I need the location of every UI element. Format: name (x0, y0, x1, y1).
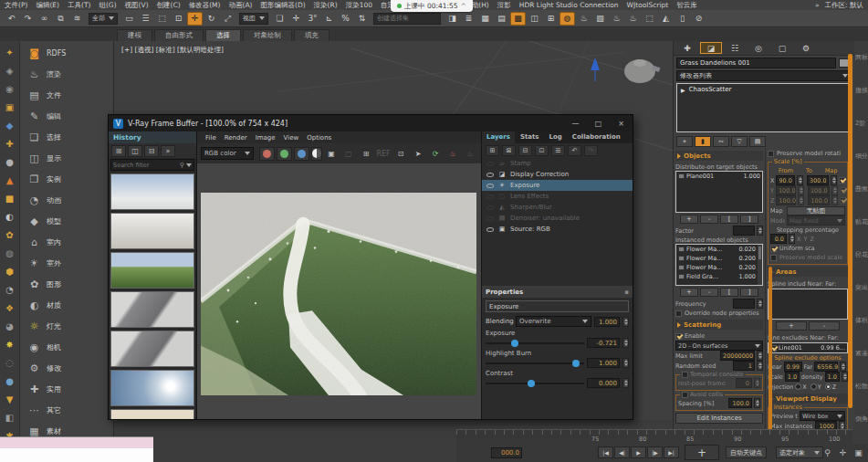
radio-icon[interactable] (810, 383, 817, 390)
rejection-axis-option[interactable]: Y (810, 383, 821, 391)
rollout-arrow-icon[interactable] (677, 153, 681, 159)
spinner-icon[interactable] (757, 226, 763, 236)
menu-item[interactable]: 工具(T) (68, 1, 90, 10)
sidebar-tool-icon[interactable]: ◆ (2, 116, 18, 134)
channel-toggle[interactable] (294, 147, 309, 161)
layers-tool-icon[interactable]: ⊟ (518, 145, 532, 156)
sidebar-category-item[interactable]: ⌂ 室内 (20, 232, 113, 253)
toolbar-icon[interactable]: ❏ (272, 12, 288, 26)
sidebar-category-item[interactable]: ◙ RDFS (20, 43, 113, 64)
mode-dropdown[interactable]: Map fixed (787, 215, 845, 226)
visibility-eye-icon[interactable] (486, 227, 494, 232)
list-item[interactable]: Flower Ma... 0.200 (676, 263, 758, 272)
sidebar-category-item[interactable]: ❏ 选择 (20, 127, 113, 148)
vfb-menu-item[interactable]: Render (225, 134, 247, 142)
cutoff-menu-item[interactable]: 2阶 (855, 107, 868, 140)
sidebar-tool-icon[interactable]: ◈ (2, 61, 18, 79)
override-checkbox[interactable] (675, 310, 682, 317)
layer-row[interactable]: ☀ Exposure (482, 180, 633, 191)
scale-map-checkbox[interactable] (839, 177, 845, 184)
listener-script-line[interactable] (0, 448, 153, 462)
toolbar-icon[interactable]: ⊘ (691, 12, 706, 26)
history-search-input[interactable] (113, 162, 178, 169)
ribbon-tab[interactable]: 选择 (205, 29, 241, 41)
sidebar-tool-icon[interactable]: ◉ (2, 79, 18, 98)
command-panel-tab[interactable]: ◎ (748, 42, 769, 54)
toolbar-icon[interactable]: ↻ (204, 12, 219, 26)
toolbar-icon[interactable]: ♨ (576, 12, 591, 26)
vfb-menu-item[interactable]: File (205, 134, 216, 142)
ribbon-tab[interactable]: 填充 (294, 29, 329, 41)
spinner-icon[interactable] (754, 378, 760, 388)
sidebar-category-item[interactable]: ◫ 显示 (20, 148, 113, 169)
list-button[interactable]: - (700, 288, 718, 297)
spline-include-list[interactable] (768, 289, 848, 320)
layer-row[interactable]: ◭ Sharpen/Blur (482, 202, 633, 213)
sidebar-tool-icon[interactable]: ⬢ (2, 262, 18, 280)
list-button[interactable]: + (680, 215, 698, 224)
toolbar-icon[interactable]: ✛ (187, 12, 203, 26)
layers-tool-icon[interactable]: ↶ (568, 145, 581, 156)
sidebar-category-item[interactable]: ✚ 实用 (20, 379, 113, 400)
layer-row[interactable]: ◌ Lens Effects (482, 191, 633, 202)
radio-icon[interactable] (795, 383, 801, 390)
cutoff-menu-item[interactable]: 细分 (855, 140, 868, 173)
named-selection-set-input[interactable] (373, 13, 441, 25)
menu-item[interactable]: 动画(A) (228, 1, 252, 10)
density-field[interactable]: 1.0 (825, 372, 840, 382)
area-list-button[interactable]: + (776, 321, 807, 331)
vfb-toolbar-icon[interactable]: ♨ (445, 147, 460, 160)
stack-button[interactable]: ⌖ (676, 136, 693, 147)
toolbar-icon[interactable]: ⊾ (321, 12, 337, 26)
window-button[interactable]: □ (587, 115, 610, 131)
preserve-scale-checkbox[interactable] (770, 255, 777, 261)
render-history-thumbnail[interactable] (110, 291, 194, 328)
sidebar-tool-icon[interactable]: ✦ (2, 43, 18, 61)
sidebar-tool-icon[interactable]: ◔ (2, 280, 18, 299)
stepping-axis-label[interactable]: Y (803, 236, 807, 243)
layers-tool-icon[interactable]: ☰ (551, 145, 565, 156)
spinner-icon[interactable] (757, 351, 763, 361)
rollout-title[interactable]: Viewport Display (776, 395, 837, 403)
scale-from-field[interactable]: 90.0 (776, 175, 794, 185)
list-button[interactable]: ] (740, 288, 758, 297)
cutoff-menu-item[interactable]: 紧凑 (855, 337, 868, 370)
factor-field[interactable] (733, 226, 755, 236)
slider-handle[interactable] (511, 340, 518, 347)
viewport-nav-icon[interactable]: ✛ (837, 446, 849, 458)
toolbar-icon[interactable]: ◨ (444, 12, 460, 26)
history-button[interactable]: ◫ (128, 145, 142, 157)
menu-item[interactable]: HDR Light Studio Connection (519, 1, 619, 10)
near-opt-field[interactable]: 0.99 (784, 362, 802, 372)
sidebar-category-item[interactable]: ☼ 灯光 (20, 316, 113, 337)
history-search-box[interactable]: ⚲ (110, 159, 194, 171)
sidebar-category-item[interactable]: ⋯ 其它 (20, 400, 113, 421)
vfb-toolbar-icon[interactable]: ▢ (341, 147, 356, 160)
list-item[interactable]: Flower Ma... 0.200 (676, 254, 758, 263)
spinner-icon[interactable] (757, 299, 763, 309)
toolbar-overflow-chevron[interactable]: » (815, 1, 820, 10)
spinner-icon[interactable] (797, 175, 803, 185)
toolbar-icon[interactable]: ▦ (477, 12, 493, 26)
command-panel-tab[interactable]: ☷ (724, 42, 746, 54)
slider-value-field[interactable]: 1.000 (587, 358, 620, 368)
sidebar-tool-icon[interactable]: ✸ (2, 335, 18, 353)
slider-value-field[interactable]: -0.721 (587, 338, 620, 348)
instanced-objects-list[interactable]: Flower Ma... 0.020 Flower Ma... 0.200 Fl… (675, 244, 763, 286)
transport-button[interactable]: ◀| (614, 446, 630, 458)
stepping-field[interactable]: 0.0 (770, 234, 787, 244)
cutoff-menu-item[interactable]: 曲面 (855, 173, 868, 205)
vfb-toolbar-icon[interactable]: REF (376, 147, 391, 160)
toolbar-icon[interactable]: ▧ (592, 12, 608, 26)
command-panel-tab[interactable]: ◪ (700, 42, 722, 54)
render-history-thumbnail[interactable] (110, 370, 194, 406)
render-history-thumbnail[interactable] (110, 252, 194, 289)
object-name-field[interactable]: Grass Dandelions 001 (676, 58, 836, 68)
viewport-nav-icon[interactable]: ▣ (852, 446, 864, 458)
list-button[interactable]: ] (740, 215, 758, 224)
toolbar-icon[interactable]: ∞ (37, 12, 52, 26)
visibility-eye-icon[interactable] (486, 162, 494, 166)
toolbar-icon[interactable]: ↷ (20, 12, 36, 26)
preview-type-dropdown[interactable]: Wire box (800, 411, 845, 421)
class-timer-badge[interactable]: 上课中 00:41:55 ^ (391, 0, 473, 12)
